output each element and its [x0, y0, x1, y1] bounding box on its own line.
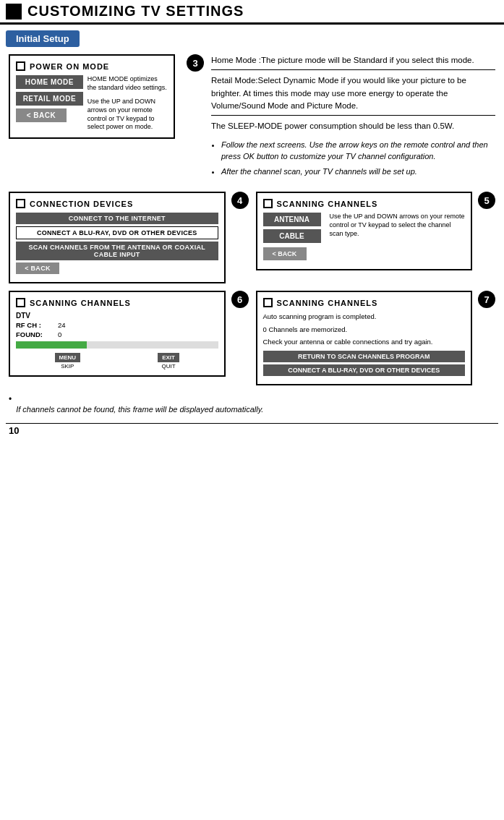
step7-cell: SCANNING CHANNELS Auto scanning program …: [256, 291, 496, 385]
conn-checkbox: [16, 199, 25, 208]
step6-circle: 6: [231, 291, 249, 308]
step4-cell: CONNECTION DEVICES CONNECT TO THE INTERN…: [9, 192, 249, 283]
scanning-complete-box: SCANNING CHANNELS Auto scanning program …: [256, 291, 473, 385]
bottom-note-section: • If channels cannot be found, this fram…: [9, 394, 495, 415]
scan-title1: SCANNING CHANNELS: [277, 200, 378, 208]
rfch-row: RF CH : 24: [16, 321, 218, 329]
progress-bar-fill: [16, 341, 87, 349]
step3-p3: The SLEEP-MODE power consumption should …: [211, 120, 495, 135]
step3-text: Home Mode :The picture mode will be Stan…: [211, 54, 495, 181]
menu-btn-group: MENU SKIP: [55, 353, 81, 370]
power-mode-checkbox: [16, 61, 25, 71]
power-mode-right: HOME MODE optimizes the standard video s…: [87, 75, 168, 132]
menu-btn[interactable]: MENU: [55, 353, 81, 362]
page-header: CUSTOMIZING TV SETTINGS: [0, 0, 504, 25]
step3-circle: 3: [187, 54, 204, 72]
power-mode-header: POWER ON MODE: [16, 61, 168, 71]
step3-p2: Retail Mode:Select Dynamic Mode if you w…: [211, 74, 495, 116]
step5-indicator: 5: [478, 192, 495, 209]
step6-cell: SCANNING CHANNELS DTV RF CH : 24 FOUND: …: [9, 291, 249, 385]
return-scan-btn[interactable]: RETURN TO SCAN CHANNELS PROGRAM: [263, 351, 466, 362]
progress-title: SCANNING CHANNELS: [30, 299, 131, 307]
connect-devices-btn[interactable]: CONNECT A BLU-RAY, DVD OR OTHER DEVICES: [263, 364, 466, 376]
scanning-channels-box1: SCANNING CHANNELS ANTENNA CABLE < BACK U…: [256, 192, 473, 270]
scan-back1[interactable]: < BACK: [263, 247, 307, 260]
complete-checkbox: [263, 298, 273, 307]
conn-back[interactable]: < BACK: [16, 262, 59, 274]
quit-label: QUIT: [162, 363, 176, 370]
rfch-val: 24: [58, 321, 66, 329]
complete-header: SCANNING CHANNELS: [263, 298, 466, 307]
conn-btn1[interactable]: CONNECT TO THE INTERNET: [16, 213, 218, 224]
step3-bullet1: Follow the next screens. Use the arrow k…: [221, 140, 495, 162]
progress-checkbox: [16, 298, 25, 307]
conn-title: CONNECTION DEVICES: [30, 200, 133, 208]
power-desc1: HOME MODE optimizes the standard video s…: [87, 75, 168, 92]
progress-bar-bg: [16, 341, 218, 349]
complete-line3: Check your antenna or cable connections …: [263, 337, 466, 346]
step3-bullet2: After the channel scan, your TV channels…: [221, 166, 495, 177]
power-desc2: Use the UP and DOWN arrows on your remot…: [87, 98, 168, 132]
complete-title: SCANNING CHANNELS: [277, 299, 378, 307]
bottom-panels: CONNECTION DEVICES CONNECT TO THE INTERN…: [9, 192, 495, 385]
conn-btn3[interactable]: SCAN CHANNELS FROM THE ANTENNA OR COAXIA…: [16, 242, 218, 260]
power-mode-box: POWER ON MODE HOME MODE RETAIL MODE < BA…: [9, 54, 175, 139]
power-back-btn[interactable]: < BACK: [16, 108, 67, 122]
step3-circle-text: 3 Home Mode :The picture mode will be St…: [187, 54, 495, 181]
header-icon: [6, 4, 22, 20]
step3-right: 3 Home Mode :The picture mode will be St…: [187, 54, 495, 181]
conn-header: CONNECTION DEVICES: [16, 199, 218, 208]
page-number: 10: [0, 424, 27, 437]
scanning-progress-box: SCANNING CHANNELS DTV RF CH : 24 FOUND: …: [9, 291, 226, 377]
exit-btn-group: EXIT QUIT: [158, 353, 179, 370]
exit-btn[interactable]: EXIT: [158, 353, 179, 362]
bottom-note: If channels cannot be found, this frame …: [16, 404, 263, 415]
section-label-wrapper: Initial Setup: [0, 25, 504, 47]
power-mode-title: POWER ON MODE: [30, 62, 109, 71]
scan-btns-col: ANTENNA CABLE < BACK: [263, 213, 321, 263]
step3-section: POWER ON MODE HOME MODE RETAIL MODE < BA…: [9, 54, 495, 181]
step7-circle: 7: [478, 291, 495, 308]
step6-indicator: 6: [231, 291, 249, 308]
scan-header1: SCANNING CHANNELS: [263, 199, 466, 208]
step5-circle: 5: [478, 192, 495, 209]
antenna-btn[interactable]: ANTENNA: [263, 213, 321, 226]
connection-devices-box: CONNECTION DEVICES CONNECT TO THE INTERN…: [9, 192, 226, 283]
complete-line1: Auto scanning program is completed.: [263, 312, 466, 321]
step4-indicator: 4: [231, 192, 249, 209]
bottom-btns-row: MENU SKIP EXIT QUIT: [16, 353, 218, 370]
skip-label: SKIP: [61, 363, 74, 370]
power-mode-content: HOME MODE RETAIL MODE < BACK HOME MODE o…: [16, 75, 168, 132]
scan-instructions: Use the UP and DOWN arrows on your remot…: [330, 213, 466, 238]
home-mode-btn[interactable]: HOME MODE: [16, 75, 83, 89]
scan-row1: ANTENNA CABLE < BACK Use the UP and DOWN…: [263, 213, 466, 263]
step5-cell: SCANNING CHANNELS ANTENNA CABLE < BACK U…: [256, 192, 496, 283]
section-label: Initial Setup: [6, 30, 80, 47]
cable-btn[interactable]: CABLE: [263, 229, 321, 243]
complete-line2: 0 Channels are memorized.: [263, 325, 466, 334]
found-val: 0: [58, 330, 61, 338]
scan-checkbox1: [263, 199, 273, 208]
rfch-key: RF CH :: [16, 321, 52, 329]
retail-mode-btn[interactable]: RETAIL MODE: [16, 92, 83, 106]
step3-bullets: Follow the next screens. Use the arrow k…: [221, 140, 495, 177]
main-content: POWER ON MODE HOME MODE RETAIL MODE < BA…: [0, 47, 504, 423]
found-row: FOUND: 0: [16, 330, 218, 338]
step3-p1: Home Mode :The picture mode will be Stan…: [211, 54, 495, 70]
bullet-icon: •: [9, 394, 12, 404]
dtv-label: DTV: [16, 312, 218, 320]
power-mode-left: HOME MODE RETAIL MODE < BACK: [16, 75, 83, 125]
page-title: CUSTOMIZING TV SETTINGS: [27, 3, 244, 20]
page-footer: 10: [0, 423, 504, 437]
progress-header: SCANNING CHANNELS: [16, 298, 218, 307]
step7-indicator: 7: [478, 291, 495, 308]
found-key: FOUND:: [16, 330, 52, 338]
conn-btn2[interactable]: CONNECT A BLU-RAY, DVD OR OTHER DEVICES: [16, 226, 218, 239]
step4-circle: 4: [231, 192, 249, 209]
